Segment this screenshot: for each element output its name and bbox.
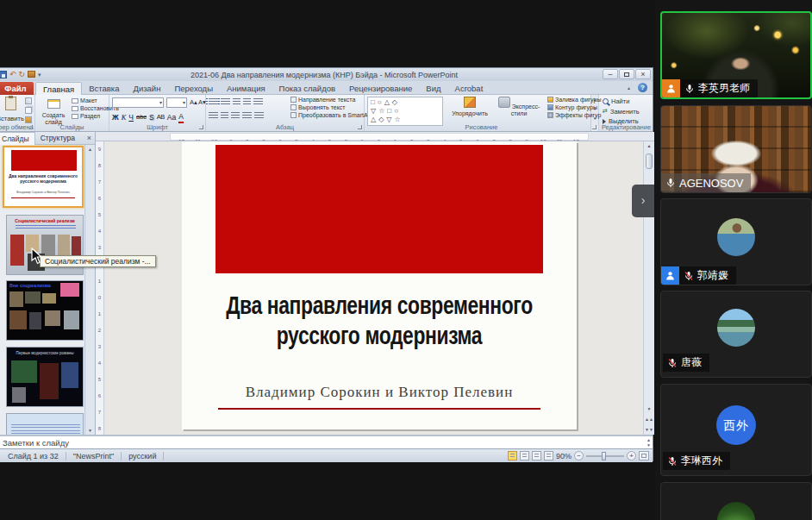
- tab-outline[interactable]: Структура: [35, 132, 80, 144]
- picture-icon[interactable]: [28, 71, 35, 78]
- columns-icon[interactable]: [254, 112, 264, 119]
- slide-thumbnail-5[interactable]: [6, 413, 84, 435]
- redo-icon[interactable]: ↻: [19, 71, 26, 78]
- ribbon-tab[interactable]: Acrobat: [448, 82, 490, 95]
- slideshow-view-button[interactable]: [544, 451, 553, 460]
- fit-to-window-button[interactable]: [639, 451, 649, 460]
- zoom-slider-thumb[interactable]: [602, 452, 606, 460]
- tab-slides[interactable]: Слайды: [0, 132, 35, 145]
- ribbon-tab[interactable]: Показ слайдов: [272, 82, 342, 95]
- collapse-ribbon-icon[interactable]: ▴: [628, 85, 630, 91]
- ribbon-tab[interactable]: Рецензирование: [342, 82, 419, 95]
- next-slide-button[interactable]: ▼▼: [644, 425, 654, 435]
- font-style-button[interactable]: Ч: [128, 112, 134, 122]
- horizontal-ruler[interactable]: 1211109876543210123456789101112: [96, 132, 654, 141]
- slide-thumbnail-4[interactable]: Первые модернистские романы: [6, 347, 84, 407]
- slide-thumbnail-1[interactable]: Два направления современного русского мо…: [3, 146, 84, 208]
- shape-gallery-row[interactable]: □○△◇: [371, 98, 434, 107]
- reading-view-button[interactable]: [532, 451, 541, 460]
- slide-thumbnail-3[interactable]: Вне соцреализма: [6, 280, 84, 341]
- save-icon[interactable]: [0, 71, 7, 78]
- slide-subtitle[interactable]: Владимир Сорокин и Виктор Пелевин: [182, 384, 577, 401]
- align-text-button[interactable]: Выровнять текст: [290, 104, 372, 110]
- new-slide-button[interactable]: Создать слайд: [37, 97, 70, 124]
- vertical-ruler[interactable]: 987654321012345678: [96, 141, 104, 435]
- arrange-button[interactable]: Упорядочить: [447, 97, 492, 116]
- language-indicator[interactable]: русский: [122, 452, 164, 460]
- shape-effects-button[interactable]: Эффекты фигур: [547, 112, 601, 118]
- align-center-icon[interactable]: [221, 112, 228, 119]
- format-painter-icon[interactable]: [25, 116, 32, 123]
- font-style-button[interactable]: S: [149, 112, 154, 122]
- align-left-icon[interactable]: [209, 112, 218, 119]
- font-style-button[interactable]: Ж: [112, 112, 119, 122]
- title-bar[interactable]: ↶ ↻ ▾ 2021-06 Два направления модернизма…: [0, 68, 653, 81]
- participant-tile[interactable]: 郭靖媛: [660, 198, 812, 285]
- scroll-down-icon[interactable]: ▼: [85, 426, 95, 435]
- font-style-button[interactable]: А: [178, 111, 184, 123]
- line-spacing-icon[interactable]: [253, 98, 263, 105]
- slide-red-banner[interactable]: [215, 145, 543, 273]
- ribbon-tab[interactable]: Вставка: [82, 82, 126, 95]
- increase-indent-icon[interactable]: [243, 98, 251, 105]
- font-style-button[interactable]: АВ: [157, 112, 165, 122]
- font-style-button[interactable]: abc: [136, 112, 147, 122]
- panel-close-icon[interactable]: ×: [87, 134, 91, 142]
- scroll-down-icon[interactable]: ▼: [646, 442, 651, 448]
- paste-button[interactable]: Вставить: [0, 97, 24, 123]
- scroll-down-icon[interactable]: ▼: [644, 404, 654, 414]
- cut-icon[interactable]: [25, 97, 32, 104]
- decrease-indent-icon[interactable]: [233, 98, 240, 105]
- ribbon-tab[interactable]: Вид: [419, 82, 447, 95]
- dialog-launcher-icon[interactable]: [592, 125, 597, 129]
- shape-outline-button[interactable]: Контур фигуры: [547, 104, 601, 110]
- zoom-out-button[interactable]: −: [574, 451, 584, 460]
- slide[interactable]: Два направления современного русского мо…: [182, 141, 577, 429]
- shape-fill-button[interactable]: Заливка фигуры: [547, 97, 601, 103]
- numbering-icon[interactable]: [221, 98, 230, 105]
- text-direction-button[interactable]: Направление текста: [290, 97, 372, 103]
- ribbon-tab[interactable]: Дизайн: [126, 82, 167, 95]
- find-button[interactable]: Найти: [603, 97, 640, 105]
- bullets-icon[interactable]: [209, 98, 218, 105]
- zoom-level[interactable]: 90%: [556, 452, 572, 460]
- copy-icon[interactable]: [25, 107, 32, 114]
- close-button[interactable]: ×: [635, 69, 651, 79]
- meeting-panel-expand-handle[interactable]: ›: [632, 185, 654, 217]
- tab-file[interactable]: Файл: [0, 82, 34, 95]
- undo-icon[interactable]: ↶: [9, 71, 16, 78]
- help-icon[interactable]: ?: [638, 83, 647, 92]
- font-style-button[interactable]: К: [122, 112, 127, 122]
- participant-tile[interactable]: AGENOSOV: [660, 105, 812, 193]
- grow-font-button[interactable]: А▴: [190, 98, 197, 106]
- ribbon-tab[interactable]: Анимация: [220, 82, 272, 95]
- participant-tile-partial[interactable]: [660, 482, 812, 520]
- dialog-launcher-icon[interactable]: [199, 125, 203, 129]
- slide-sorter-view-button[interactable]: [520, 451, 529, 460]
- zoom-slider[interactable]: [586, 455, 624, 457]
- scroll-up-icon[interactable]: ▲: [644, 141, 654, 151]
- ribbon-tab[interactable]: Главная: [35, 82, 82, 95]
- slides-panel-scrollbar[interactable]: ▲ ▼: [84, 145, 95, 435]
- zoom-in-button[interactable]: +: [627, 451, 636, 460]
- qat-customize-icon[interactable]: ▾: [38, 71, 41, 78]
- font-size-combobox[interactable]: [166, 97, 187, 108]
- font-style-button[interactable]: Аа: [167, 112, 177, 122]
- align-right-icon[interactable]: [231, 112, 240, 119]
- convert-smartart-button[interactable]: Преобразовать в SmartArt: [290, 112, 372, 118]
- slide-canvas[interactable]: Два направления современного русского мо…: [104, 141, 643, 435]
- notes-placeholder[interactable]: Заметки к слайду: [3, 438, 69, 448]
- font-name-combobox[interactable]: [112, 97, 164, 108]
- dialog-launcher-icon[interactable]: [28, 125, 33, 129]
- previous-slide-button[interactable]: ▲▲: [644, 415, 654, 424]
- normal-view-button[interactable]: [508, 451, 517, 460]
- participant-tile-active-speaker[interactable]: 李英男老师: [660, 11, 812, 99]
- justify-icon[interactable]: [242, 112, 252, 119]
- participant-tile[interactable]: 西外 李琳西外: [660, 384, 812, 476]
- theme-name[interactable]: "NewsPrint": [66, 452, 122, 460]
- dialog-launcher-icon[interactable]: [358, 125, 362, 129]
- slide-title[interactable]: Два направления современного русского мо…: [182, 290, 577, 350]
- notes-pane[interactable]: Заметки к слайду ▲ ▼: [0, 435, 653, 448]
- shape-gallery-row[interactable]: ▽☆□○: [371, 107, 434, 116]
- ribbon-tab[interactable]: Переходы: [167, 82, 220, 95]
